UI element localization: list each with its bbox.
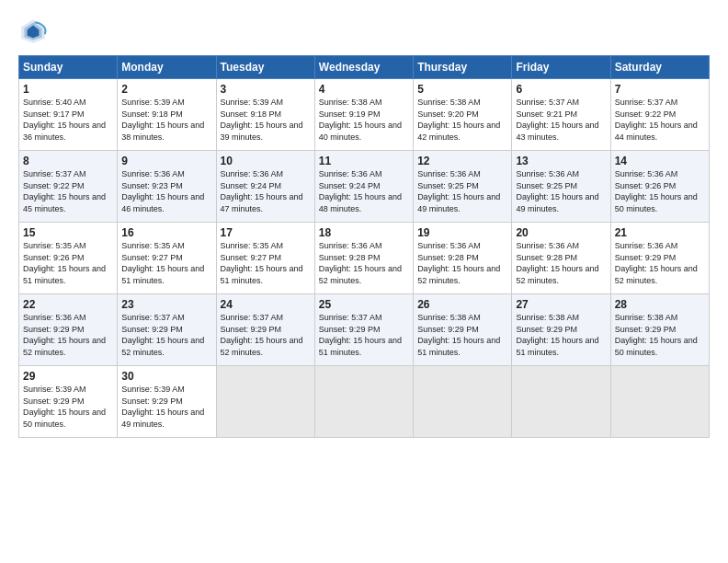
calendar-cell: 18Sunrise: 5:36 AMSunset: 9:28 PMDayligh… <box>314 223 413 294</box>
col-header-saturday: Saturday <box>610 56 709 79</box>
calendar-cell: 16Sunrise: 5:35 AMSunset: 9:27 PMDayligh… <box>118 223 216 294</box>
day-info: Sunrise: 5:37 AMSunset: 9:29 PMDaylight:… <box>121 313 204 357</box>
day-number: 2 <box>121 83 211 96</box>
calendar-cell: 25Sunrise: 5:37 AMSunset: 9:29 PMDayligh… <box>314 294 413 366</box>
calendar-cell: 20Sunrise: 5:36 AMSunset: 9:28 PMDayligh… <box>512 223 610 294</box>
day-number: 11 <box>319 155 409 167</box>
header <box>18 17 710 46</box>
calendar-cell: 24Sunrise: 5:37 AMSunset: 9:29 PMDayligh… <box>216 294 314 366</box>
day-info: Sunrise: 5:36 AMSunset: 9:24 PMDaylight:… <box>221 169 303 213</box>
day-info: Sunrise: 5:36 AMSunset: 9:28 PMDaylight:… <box>417 241 500 285</box>
day-info: Sunrise: 5:39 AMSunset: 9:29 PMDaylight:… <box>121 385 204 429</box>
day-number: 14 <box>615 155 705 167</box>
day-number: 23 <box>121 298 211 311</box>
calendar-cell: 19Sunrise: 5:36 AMSunset: 9:28 PMDayligh… <box>414 223 512 294</box>
day-info: Sunrise: 5:38 AMSunset: 9:29 PMDaylight:… <box>417 313 500 357</box>
day-info: Sunrise: 5:37 AMSunset: 9:22 PMDaylight:… <box>615 98 698 142</box>
calendar-cell: 12Sunrise: 5:36 AMSunset: 9:25 PMDayligh… <box>414 151 512 223</box>
calendar-cell <box>414 366 512 438</box>
calendar-cell: 5Sunrise: 5:38 AMSunset: 9:20 PMDaylight… <box>414 79 512 151</box>
calendar-cell: 28Sunrise: 5:38 AMSunset: 9:29 PMDayligh… <box>610 294 709 366</box>
calendar-cell: 7Sunrise: 5:37 AMSunset: 9:22 PMDaylight… <box>610 79 709 151</box>
calendar-cell: 14Sunrise: 5:36 AMSunset: 9:26 PMDayligh… <box>610 151 709 223</box>
day-number: 4 <box>319 83 409 96</box>
calendar-cell <box>314 366 413 438</box>
day-info: Sunrise: 5:35 AMSunset: 9:27 PMDaylight:… <box>121 241 204 285</box>
day-number: 6 <box>516 83 606 96</box>
day-number: 13 <box>516 155 606 167</box>
day-number: 20 <box>516 226 606 239</box>
day-number: 18 <box>319 226 409 239</box>
calendar-cell: 22Sunrise: 5:36 AMSunset: 9:29 PMDayligh… <box>19 294 118 366</box>
calendar-cell <box>512 366 610 438</box>
calendar-cell: 6Sunrise: 5:37 AMSunset: 9:21 PMDaylight… <box>512 79 610 151</box>
col-header-friday: Friday <box>512 56 610 79</box>
day-info: Sunrise: 5:37 AMSunset: 9:29 PMDaylight:… <box>221 313 303 357</box>
day-number: 26 <box>417 298 507 311</box>
day-info: Sunrise: 5:36 AMSunset: 9:29 PMDaylight:… <box>23 313 106 357</box>
day-info: Sunrise: 5:35 AMSunset: 9:27 PMDaylight:… <box>221 241 303 285</box>
day-number: 30 <box>121 370 211 383</box>
day-number: 19 <box>417 226 507 239</box>
calendar-cell: 30Sunrise: 5:39 AMSunset: 9:29 PMDayligh… <box>118 366 216 438</box>
calendar-cell: 10Sunrise: 5:36 AMSunset: 9:24 PMDayligh… <box>216 151 314 223</box>
calendar-cell: 21Sunrise: 5:36 AMSunset: 9:29 PMDayligh… <box>610 223 709 294</box>
page: SundayMondayTuesdayWednesdayThursdayFrid… <box>0 0 728 563</box>
week-row-1: 8Sunrise: 5:37 AMSunset: 9:22 PMDaylight… <box>19 151 710 223</box>
day-info: Sunrise: 5:36 AMSunset: 9:26 PMDaylight:… <box>615 169 698 213</box>
calendar-cell: 11Sunrise: 5:36 AMSunset: 9:24 PMDayligh… <box>314 151 413 223</box>
day-info: Sunrise: 5:35 AMSunset: 9:26 PMDaylight:… <box>23 241 106 285</box>
day-info: Sunrise: 5:36 AMSunset: 9:24 PMDaylight:… <box>319 169 402 213</box>
day-number: 9 <box>121 155 211 167</box>
day-info: Sunrise: 5:39 AMSunset: 9:29 PMDaylight:… <box>23 385 106 429</box>
col-header-wednesday: Wednesday <box>314 56 413 79</box>
day-info: Sunrise: 5:37 AMSunset: 9:22 PMDaylight:… <box>23 169 106 213</box>
day-number: 8 <box>23 155 113 167</box>
day-number: 12 <box>417 155 507 167</box>
day-number: 24 <box>221 298 311 311</box>
calendar-cell: 2Sunrise: 5:39 AMSunset: 9:18 PMDaylight… <box>118 79 216 151</box>
day-number: 22 <box>23 298 113 311</box>
calendar-cell: 26Sunrise: 5:38 AMSunset: 9:29 PMDayligh… <box>414 294 512 366</box>
calendar-cell <box>216 366 314 438</box>
calendar-cell: 9Sunrise: 5:36 AMSunset: 9:23 PMDaylight… <box>118 151 216 223</box>
day-number: 10 <box>221 155 311 167</box>
day-info: Sunrise: 5:40 AMSunset: 9:17 PMDaylight:… <box>23 98 106 142</box>
day-info: Sunrise: 5:38 AMSunset: 9:29 PMDaylight:… <box>516 313 598 357</box>
calendar-cell: 4Sunrise: 5:38 AMSunset: 9:19 PMDaylight… <box>314 79 413 151</box>
calendar-header: SundayMondayTuesdayWednesdayThursdayFrid… <box>19 56 710 79</box>
day-info: Sunrise: 5:37 AMSunset: 9:29 PMDaylight:… <box>319 313 402 357</box>
calendar-cell: 13Sunrise: 5:36 AMSunset: 9:25 PMDayligh… <box>512 151 610 223</box>
day-number: 3 <box>221 83 311 96</box>
calendar-cell <box>610 366 709 438</box>
day-info: Sunrise: 5:36 AMSunset: 9:28 PMDaylight:… <box>516 241 598 285</box>
day-info: Sunrise: 5:39 AMSunset: 9:18 PMDaylight:… <box>121 98 204 142</box>
col-header-monday: Monday <box>118 56 216 79</box>
day-info: Sunrise: 5:38 AMSunset: 9:20 PMDaylight:… <box>417 98 500 142</box>
day-info: Sunrise: 5:38 AMSunset: 9:19 PMDaylight:… <box>319 98 402 142</box>
day-info: Sunrise: 5:36 AMSunset: 9:28 PMDaylight:… <box>319 241 402 285</box>
week-row-4: 29Sunrise: 5:39 AMSunset: 9:29 PMDayligh… <box>19 366 710 438</box>
header-row: SundayMondayTuesdayWednesdayThursdayFrid… <box>19 56 710 79</box>
day-number: 25 <box>319 298 409 311</box>
logo <box>18 17 51 46</box>
day-number: 21 <box>615 226 705 239</box>
day-number: 16 <box>121 226 211 239</box>
day-number: 15 <box>23 226 113 239</box>
calendar-cell: 8Sunrise: 5:37 AMSunset: 9:22 PMDaylight… <box>19 151 118 223</box>
logo-icon <box>18 17 48 46</box>
day-number: 17 <box>221 226 311 239</box>
calendar-cell: 29Sunrise: 5:39 AMSunset: 9:29 PMDayligh… <box>19 366 118 438</box>
col-header-thursday: Thursday <box>414 56 512 79</box>
calendar-body: 1Sunrise: 5:40 AMSunset: 9:17 PMDaylight… <box>19 79 710 438</box>
col-header-sunday: Sunday <box>19 56 118 79</box>
calendar-cell: 15Sunrise: 5:35 AMSunset: 9:26 PMDayligh… <box>19 223 118 294</box>
week-row-3: 22Sunrise: 5:36 AMSunset: 9:29 PMDayligh… <box>19 294 710 366</box>
day-info: Sunrise: 5:38 AMSunset: 9:29 PMDaylight:… <box>615 313 698 357</box>
week-row-2: 15Sunrise: 5:35 AMSunset: 9:26 PMDayligh… <box>19 223 710 294</box>
week-row-0: 1Sunrise: 5:40 AMSunset: 9:17 PMDaylight… <box>19 79 710 151</box>
day-info: Sunrise: 5:39 AMSunset: 9:18 PMDaylight:… <box>221 98 303 142</box>
calendar-cell: 23Sunrise: 5:37 AMSunset: 9:29 PMDayligh… <box>118 294 216 366</box>
day-number: 7 <box>615 83 705 96</box>
day-info: Sunrise: 5:36 AMSunset: 9:23 PMDaylight:… <box>121 169 204 213</box>
